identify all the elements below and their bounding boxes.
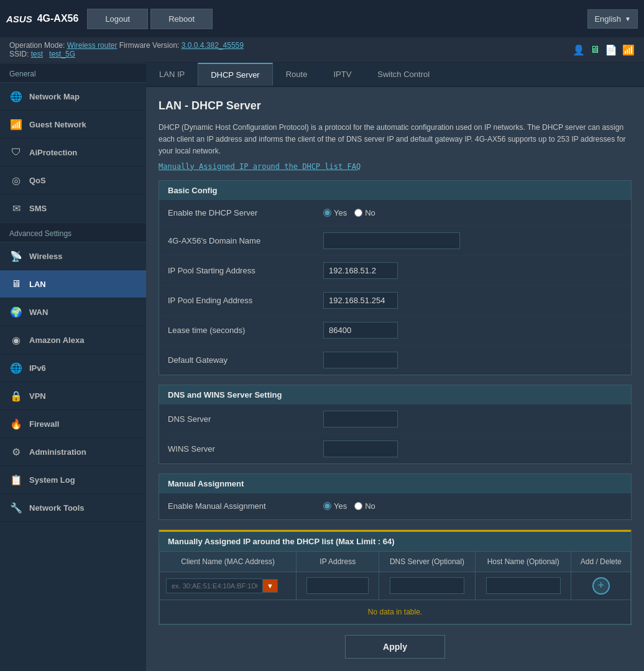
ip-pool-end-label: IP Pool Ending Address (168, 296, 323, 305)
wins-server-control (323, 440, 622, 457)
logout-button[interactable]: Logout (87, 9, 148, 29)
sidebar-item-guest-network[interactable]: 📶 Guest Network (0, 111, 146, 139)
apply-button[interactable]: Apply (345, 635, 445, 659)
tab-iptv[interactable]: IPTV (320, 63, 364, 86)
ip-pool-end-input[interactable] (323, 292, 398, 309)
add-row-button[interactable]: + (592, 577, 610, 595)
ssid-label: SSID: (9, 50, 29, 58)
ip-address-input[interactable] (306, 577, 369, 594)
qos-icon: ◎ (9, 173, 23, 187)
tab-dhcp-server[interactable]: DHCP Server (198, 63, 273, 86)
mac-input-wrap: ▼ (166, 578, 290, 593)
enable-dhcp-no-label[interactable]: No (354, 208, 375, 217)
enable-manual-no-label[interactable]: No (354, 501, 375, 511)
sidebar-label-wan: WAN (29, 308, 48, 317)
col-add-delete: Add / Delete (571, 551, 631, 572)
general-section-label: General (0, 63, 146, 83)
lease-time-input[interactable] (323, 322, 398, 339)
sidebar-item-ipv6[interactable]: 🌐 IPv6 (0, 354, 146, 382)
sidebar-label-administration: Administration (29, 447, 86, 457)
dhcp-faq-link[interactable]: Manually Assigned IP around the DHCP lis… (159, 162, 361, 171)
sidebar-item-administration[interactable]: ⚙ Administration (0, 438, 146, 466)
top-bar: ASUS 4G-AX56 Logout Reboot English ▼ (0, 0, 644, 37)
sidebar-item-lan[interactable]: 🖥 LAN (0, 270, 146, 298)
sidebar-item-sms[interactable]: ✉ SMS (0, 194, 146, 222)
enable-manual-yes-radio[interactable] (323, 502, 331, 510)
table-header-row: Client Name (MAC Address) IP Address DNS… (160, 551, 631, 572)
ip-pool-start-label: IP Pool Starting Address (168, 266, 323, 275)
mac-address-cell: ▼ (160, 572, 297, 600)
sidebar-item-system-log[interactable]: 📋 System Log (0, 466, 146, 494)
dns-server-control (323, 411, 622, 427)
enable-dhcp-label: Enable the DHCP Server (168, 208, 323, 217)
document-icon: 📄 (605, 44, 617, 56)
sidebar-item-amazon-alexa[interactable]: ◉ Amazon Alexa (0, 326, 146, 354)
sidebar-label-guest-network: Guest Network (29, 120, 86, 129)
add-button-cell: + (571, 572, 631, 600)
dns-wins-section: DNS and WINS Server Setting DNS Server W… (159, 385, 632, 464)
firmware-value[interactable]: 3.0.0.4.382_45559 (182, 41, 244, 50)
dns-server-input[interactable] (323, 411, 398, 427)
sidebar-label-aiprotection: AiProtection (29, 148, 77, 157)
ip-pool-end-control (323, 292, 622, 309)
status-icons: 👤 🖥 📄 📶 (573, 44, 635, 56)
domain-name-input[interactable] (323, 232, 460, 249)
ip-pool-start-row: IP Pool Starting Address (159, 256, 631, 286)
sidebar-item-firewall[interactable]: 🔥 Firewall (0, 410, 146, 438)
dns-server-label: DNS Server (168, 414, 323, 424)
reboot-button[interactable]: Reboot (150, 9, 213, 29)
wins-server-input[interactable] (323, 440, 398, 457)
guest-network-icon: 📶 (9, 117, 23, 131)
host-name-input[interactable] (486, 577, 561, 594)
manual-assignment-header: Manual Assignment (159, 474, 631, 493)
sidebar-label-lan: LAN (29, 280, 46, 289)
model-name: 4G-AX56 (37, 13, 79, 24)
sidebar-item-network-map[interactable]: 🌐 Network Map (0, 83, 146, 111)
ssid-value[interactable]: test (31, 50, 43, 58)
ip-pool-start-input[interactable] (323, 262, 398, 279)
sidebar-label-vpn: VPN (29, 391, 46, 401)
page-title: LAN - DHCP Server (159, 99, 632, 112)
sidebar-item-network-tools[interactable]: 🔧 Network Tools (0, 494, 146, 522)
sidebar-label-ipv6: IPv6 (29, 363, 46, 373)
sidebar-label-network-map: Network Map (29, 92, 80, 101)
status-info: Operation Mode: Wireless router Firmware… (9, 41, 244, 58)
operation-mode-label: Operation Mode: (9, 41, 65, 50)
domain-name-row: 4G-AX56's Domain Name (159, 226, 631, 256)
enable-manual-yes-label[interactable]: Yes (323, 501, 347, 511)
apply-bar: Apply (159, 625, 632, 669)
main-layout: General 🌐 Network Map 📶 Guest Network 🛡 … (0, 63, 644, 671)
col-ip-address: IP Address (297, 551, 379, 572)
amazon-alexa-icon: ◉ (9, 333, 23, 347)
ssid-5g-value[interactable]: test_5G (49, 50, 75, 58)
enable-dhcp-yes-label[interactable]: Yes (323, 208, 347, 217)
language-selector[interactable]: English ▼ (587, 9, 638, 29)
enable-dhcp-yes-radio[interactable] (323, 209, 331, 217)
default-gateway-control (323, 352, 622, 368)
tab-lan-ip[interactable]: LAN IP (146, 63, 198, 86)
lease-time-row: Lease time (seconds) (159, 316, 631, 345)
tab-bar: LAN IP DHCP Server Route IPTV Switch Con… (146, 63, 644, 87)
sidebar-item-wan[interactable]: 🌍 WAN (0, 298, 146, 326)
enable-dhcp-no-radio[interactable] (354, 209, 362, 217)
tab-switch-control[interactable]: Switch Control (364, 63, 443, 86)
sidebar-item-wireless[interactable]: 📡 Wireless (0, 242, 146, 270)
sidebar-item-aiprotection[interactable]: 🛡 AiProtection (0, 139, 146, 167)
mac-dropdown-button[interactable]: ▼ (262, 579, 278, 593)
page-content: LAN - DHCP Server DHCP (Dynamic Host Con… (146, 87, 644, 671)
enable-manual-label: Enable Manual Assignment (168, 501, 323, 511)
ip-pool-start-control (323, 262, 622, 279)
tab-route[interactable]: Route (273, 63, 321, 86)
mac-address-input[interactable] (166, 578, 262, 593)
dns-optional-input[interactable] (390, 577, 464, 594)
chevron-down-icon: ▼ (625, 16, 631, 22)
sidebar: General 🌐 Network Map 📶 Guest Network 🛡 … (0, 63, 146, 671)
user-icon: 👤 (573, 44, 585, 56)
operation-mode-value[interactable]: Wireless router (67, 41, 117, 50)
default-gateway-input[interactable] (323, 352, 398, 368)
sidebar-item-vpn[interactable]: 🔒 VPN (0, 382, 146, 410)
aiprotection-icon: 🛡 (9, 145, 23, 159)
lan-icon: 🖥 (9, 277, 23, 291)
sidebar-item-qos[interactable]: ◎ QoS (0, 167, 146, 194)
enable-manual-no-radio[interactable] (354, 502, 362, 510)
